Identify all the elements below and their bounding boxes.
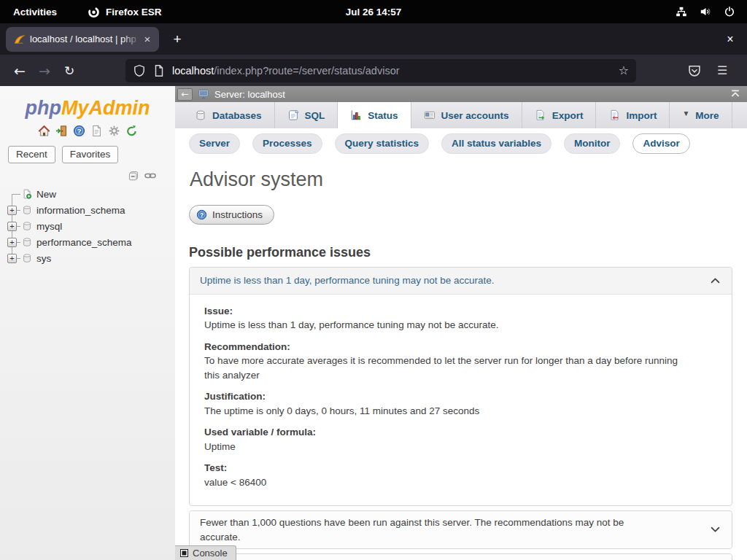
screen: Activities Firefox ESR Jul 26 14:57 loca… xyxy=(0,0,747,560)
subtab-processes[interactable]: Processes xyxy=(252,133,322,154)
logout-icon[interactable] xyxy=(55,125,68,137)
focused-app-label: Firefox ESR xyxy=(106,7,162,18)
collapse-all-icon[interactable] xyxy=(128,170,139,182)
issue-field: Test: value < 86400 xyxy=(204,461,691,489)
forward-button[interactable]: → xyxy=(32,60,57,82)
console-button[interactable]: Console xyxy=(175,545,236,560)
shield-icon[interactable] xyxy=(133,64,146,77)
tab-close-icon[interactable]: × xyxy=(141,33,154,46)
subtab-server[interactable]: Server xyxy=(189,133,240,154)
back-button[interactable]: ← xyxy=(7,60,32,82)
database-icon xyxy=(22,253,32,263)
system-tray[interactable] xyxy=(676,6,735,18)
help-icon: ? xyxy=(196,209,207,220)
database-tree: New + information_schema + mysql + perfo… xyxy=(0,186,175,266)
issue-panel: long_query_time is set to 10 seconds or … xyxy=(189,553,732,560)
issue-panel-header[interactable]: Uptime is less than 1 day, performance t… xyxy=(190,268,732,295)
browser-viewport: phpMyAdmin ? Recent Favorites xyxy=(0,86,747,560)
hamburger-menu-icon[interactable]: ☰ xyxy=(717,63,727,77)
tab-more[interactable]: ▼ More xyxy=(670,102,732,128)
tab-title-fade xyxy=(122,33,141,45)
phpmyadmin-logo[interactable]: phpMyAdmin xyxy=(0,96,175,120)
tree-item-mysql[interactable]: + mysql xyxy=(0,218,175,234)
issue-field: Used variable / formula: Uptime xyxy=(204,425,691,454)
server-breadcrumb[interactable]: Server: localhost xyxy=(214,89,285,100)
tab-databases[interactable]: Databases xyxy=(182,102,275,128)
sidebar-utility-row xyxy=(0,170,156,182)
refresh-icon[interactable] xyxy=(125,125,138,137)
tab-status[interactable]: Status xyxy=(338,102,411,128)
status-subtabs: ServerProcessesQuery statisticsAll statu… xyxy=(189,133,732,154)
database-icon xyxy=(195,109,206,121)
issue-panel-header[interactable]: long_query_time is set to 10 seconds or … xyxy=(190,554,732,560)
sql-icon xyxy=(287,109,299,121)
recent-button[interactable]: Recent xyxy=(8,146,55,163)
pma-navigation-sidebar: phpMyAdmin ? Recent Favorites xyxy=(0,86,175,560)
caret-down-icon: ▼ xyxy=(682,109,689,121)
database-icon xyxy=(22,221,32,231)
sidebar-quick-buttons: Recent Favorites xyxy=(8,146,175,163)
instructions-button[interactable]: ? Instructions xyxy=(189,205,274,225)
focused-app-menu[interactable]: Firefox ESR xyxy=(88,6,162,18)
tab-sql[interactable]: SQL xyxy=(275,102,338,128)
subtab-advisor[interactable]: Advisor xyxy=(632,133,689,154)
docs-icon[interactable] xyxy=(90,125,103,137)
reload-button[interactable]: ↻ xyxy=(57,60,82,82)
volume-icon xyxy=(700,6,711,18)
subtab-monitor[interactable]: Monitor xyxy=(564,133,621,154)
database-icon xyxy=(22,205,32,215)
tree-item-sys[interactable]: + sys xyxy=(0,250,175,266)
url-text: localhost/index.php?route=/server/status… xyxy=(172,65,613,77)
subtab-all-status-variables[interactable]: All status variables xyxy=(441,133,551,154)
issue-panel-header[interactable]: Fewer than 1,000 questions have been run… xyxy=(190,511,732,548)
power-icon xyxy=(724,6,735,18)
issue-panel: Uptime is less than 1 day, performance t… xyxy=(189,267,732,506)
svg-text:?: ? xyxy=(200,211,204,219)
expand-plus-icon[interactable]: + xyxy=(7,254,17,263)
help-icon[interactable]: ? xyxy=(73,125,85,137)
server-breadcrumb-bar: ← Server: localhost xyxy=(175,86,747,102)
pma-tabs: Databases SQL Status User accounts Expor… xyxy=(175,102,747,128)
phpmyadmin-favicon xyxy=(14,34,26,45)
settings-gear-icon[interactable] xyxy=(108,125,120,137)
home-icon[interactable] xyxy=(38,125,50,137)
chevron-down-icon[interactable] xyxy=(709,524,721,536)
tab-export[interactable]: Export xyxy=(522,102,597,128)
scroll-to-top-icon[interactable] xyxy=(729,88,741,100)
new-page-icon xyxy=(22,189,32,199)
browser-tab-bar: localhost / localhost | php × + × xyxy=(0,23,747,55)
link-with-main-icon[interactable] xyxy=(144,170,156,182)
subtab-query-statistics[interactable]: Query statistics xyxy=(335,133,429,154)
window-close-button[interactable]: × xyxy=(722,31,738,47)
import-icon xyxy=(608,109,620,121)
issue-field: Issue: Uptime is less than 1 day, perfor… xyxy=(204,304,691,332)
activities-button[interactable]: Activities xyxy=(13,7,57,18)
section-title: Possible performance issues xyxy=(189,245,732,260)
tab-import[interactable]: Import xyxy=(596,102,670,128)
tab-user-accounts[interactable]: User accounts xyxy=(411,102,522,128)
tree-item-new[interactable]: New xyxy=(0,186,175,202)
expand-plus-icon[interactable]: + xyxy=(7,206,17,215)
clock[interactable]: Jul 26 14:57 xyxy=(346,7,402,18)
bookmark-star-icon[interactable]: ☆ xyxy=(619,63,629,77)
server-icon xyxy=(198,88,209,100)
tree-item-performance-schema[interactable]: + performance_schema xyxy=(0,234,175,250)
tree-item-information-schema[interactable]: + information_schema xyxy=(0,202,175,218)
chevron-up-icon[interactable] xyxy=(709,274,721,287)
users-icon xyxy=(424,109,436,121)
url-bar[interactable]: localhost/index.php?route=/server/status… xyxy=(125,59,636,82)
advisor-page: ServerProcessesQuery statisticsAll statu… xyxy=(175,128,747,560)
frame-back-button[interactable]: ← xyxy=(177,88,193,101)
database-icon xyxy=(22,237,32,247)
expand-plus-icon[interactable]: + xyxy=(7,222,17,231)
new-tab-button[interactable]: + xyxy=(168,30,187,49)
favorites-button[interactable]: Favorites xyxy=(62,146,119,163)
pocket-icon[interactable] xyxy=(687,63,702,78)
browser-toolbar: ← → ↻ localhost/index.php?route=/server/… xyxy=(0,55,747,86)
sidebar-icon-row: ? xyxy=(0,125,175,137)
page-info-icon[interactable] xyxy=(152,64,166,77)
issue-panels: Uptime is less than 1 day, performance t… xyxy=(189,267,732,560)
network-icon xyxy=(676,6,687,18)
expand-plus-icon[interactable]: + xyxy=(7,238,17,247)
browser-tab[interactable]: localhost / localhost | php × xyxy=(6,27,159,52)
